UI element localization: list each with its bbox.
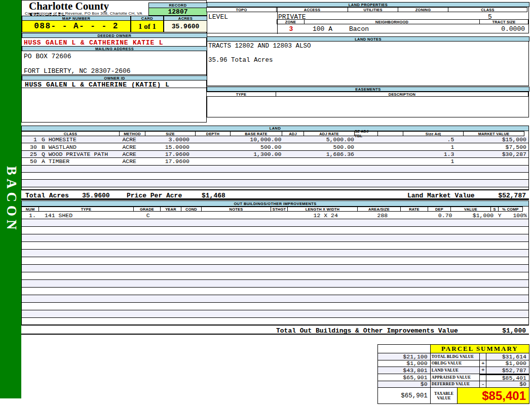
out-building-row: 1. 141 SHED C 12 X 24 288 0.70 $1,000 Y … — [22, 212, 528, 219]
tract-size-value: 0.0000 — [480, 25, 525, 33]
land-notes-line1: TRACTS 12802 AND 12803 ALSO — [208, 43, 311, 50]
out-buildings-section-label: OUT BUILDINGS/OTHER IMPROVEMENTS — [21, 200, 529, 207]
land-row: 1 G HOMESITE ACRE 3.0000 10,000.00 5,000… — [22, 136, 528, 143]
out-buildings-total-label: Total Out Buildings & Other Improvements… — [276, 327, 458, 335]
card-value: 1 of 1 — [131, 21, 164, 32]
land-col-market-value: MARKET VALUE — [463, 131, 524, 136]
ob-col-num: NUM — [21, 207, 39, 212]
ob-col-grade: GRADE — [133, 207, 161, 212]
total-acres-label: Total Acres — [25, 192, 69, 199]
ob-col-sthgt: STHGT — [271, 207, 288, 212]
taxable-value: $85,401 — [458, 388, 529, 404]
zone-value: 3 — [277, 25, 305, 33]
land-col-size-adj: Size Adj — [403, 131, 464, 136]
land-row: 30 B WASTLAND ACRE 15.0000 500.00 500.00… — [22, 143, 528, 150]
land-col-depth: DEPTH — [195, 131, 231, 136]
map-number-value: 088- - A- - - 2 — [22, 21, 131, 32]
address-line2: FORT LIBERTY, NC 28307-2606 — [22, 67, 207, 75]
out-buildings-empty-rows — [22, 219, 528, 333]
owner-id-value: HUSS GALEN L & CATHERINE (KATIE) L — [22, 81, 207, 88]
summary-row: $0 DEFERRED VALUE - $0 — [378, 381, 529, 388]
map-number-label: MAP NUMBER — [22, 16, 131, 21]
easement-description-label: DESCRIPTION — [276, 92, 528, 97]
ob-col-length-width: LENGTH X WIDTH — [287, 207, 358, 212]
land-col-base-rate: BASE RATE — [230, 131, 282, 136]
ob-col-year: YEAR — [160, 207, 181, 212]
ob-col-type: TYPE — [39, 207, 134, 212]
ob-col-cond: COND — [181, 207, 202, 212]
tract-size-label: TRACT SIZE — [479, 19, 528, 24]
land-notes-label: LAND NOTES — [207, 36, 529, 42]
acres-value: 35.9600 — [164, 21, 207, 32]
summary-row: $1,000 OBLDG VALUE + $1,000 — [378, 360, 529, 368]
neighborhood-label: NEIGHBORHOOD — [304, 19, 480, 24]
out-buildings-table: OUT BUILDINGS/OTHER IMPROVEMENTS NUM TYP… — [21, 200, 529, 333]
utilities-label: UTILITIES — [348, 7, 398, 12]
land-properties-panel: LAND PROPERTIES TOPO ACCESS UTILITIES ZO… — [207, 2, 529, 33]
summary-row: $43,801 LAND VALUE + $52,787 — [378, 367, 529, 374]
total-acres-value: 35.9600 — [82, 192, 110, 199]
land-col-class: CLASS — [21, 131, 120, 136]
deeded-owner-label: DEEDED OWNER — [22, 33, 207, 38]
ob-col-s: S — [490, 207, 499, 212]
acres-label: ACRES — [164, 16, 207, 21]
topo-label: TOPO — [206, 7, 277, 12]
ob-col-rate: RATE — [400, 207, 428, 212]
price-per-acre-label: Price Per Acre — [127, 192, 182, 199]
land-col-adj: ADJ — [282, 131, 304, 136]
zone-label: ZONE — [277, 19, 305, 24]
record-value: 12807 — [148, 8, 207, 16]
deeded-owner-value: HUSS GALEN L & CATHERINE KATIE L — [22, 39, 207, 46]
ob-col-pct-comp: % COMP — [498, 207, 523, 212]
land-col-method: METHOD — [119, 131, 145, 136]
land-totals-band: Total Acres 35.9600 Price Per Acre $1,46… — [21, 189, 529, 200]
easements-label: EASEMENTS — [207, 87, 529, 92]
mailing-address-label: MAILING ADDRESS — [22, 46, 207, 51]
out-buildings-rows: 1. 141 SHED C 12 X 24 288 0.70 $1,000 Y … — [22, 212, 528, 333]
summary-row: $21,100 TOTAL BLDG VALUE $31,614 — [378, 353, 529, 360]
land-rows: 1 G HOMESITE ACRE 3.0000 10,000.00 5,000… — [22, 136, 528, 194]
ob-col-area-size: AREA/SIZE — [357, 207, 401, 212]
land-notes-line2: 35.96 Total Acres — [208, 57, 273, 64]
out-buildings-total-value: $1,000 — [502, 327, 526, 335]
easement-type-label: TYPE — [206, 92, 276, 97]
neighborhood-code: 100 A — [313, 25, 332, 33]
land-row: 50 A TIMBER ACRE 17.9600 1 — [22, 158, 528, 165]
ob-col-dep: DEP — [428, 207, 451, 212]
land-notes-panel: LAND NOTES TRACTS 12802 AND 12803 ALSO 3… — [207, 36, 529, 86]
neighborhood-name: Bacon — [349, 25, 369, 33]
ob-col-value: VALUE — [450, 207, 491, 212]
land-col-sz-adj-tbl: SZ ADJ TBL — [354, 131, 378, 136]
parcel-summary: PARCEL SUMMARY $21,100 TOTAL BLDG VALUE … — [377, 344, 529, 404]
topo-value: LEVEL — [208, 13, 228, 21]
land-properties-label: LAND PROPERTIES — [207, 2, 529, 7]
land-section-label: LAND — [21, 126, 529, 131]
easements-panel: EASEMENTS TYPE DESCRIPTION — [207, 87, 529, 117]
land-col-blank — [377, 131, 403, 136]
land-col-size: SIZE — [145, 131, 196, 136]
owner-panel: Charlotte County Virginia Commissioner o… — [21, 0, 207, 123]
record-label: RECORD — [148, 3, 207, 8]
commissioner-line: Commissioner of the Revenue, PO Box 308,… — [22, 11, 148, 16]
zoning-label: ZONING — [398, 7, 448, 12]
owner-id-label: OWNER ID — [22, 75, 207, 80]
address-line1: PO BOX 72606 — [22, 53, 207, 60]
land-market-value-label: Land Market Value — [407, 192, 475, 199]
taxable-value-label: TAXABLE VALUE — [431, 388, 458, 404]
summary-taxable-row: $65,901 TAXABLE VALUE $85,401 — [378, 388, 529, 404]
price-per-acre-value: $1,468 — [202, 192, 225, 199]
parcel-summary-title: PARCEL SUMMARY — [431, 345, 529, 353]
land-table: LAND CLASS METHOD SIZE DEPTH BASE RATE A… — [21, 126, 529, 194]
land-col-adj-rate: ADJ RATE — [303, 131, 355, 136]
class-label: CLASS — [448, 7, 527, 12]
out-buildings-total-band: Total Out Buildings & Other Improvements… — [21, 325, 529, 335]
neighborhood-vertical-label: BACON — [1, 166, 21, 233]
summary-row: $65,901 APPRAISED VALUE $85,401 — [378, 374, 529, 381]
property-record-card: BACON Charlotte County Virginia Commissi… — [0, 0, 532, 405]
land-market-value: $52,787 — [498, 192, 526, 199]
ob-col-notes: NOTES — [201, 207, 271, 212]
card-label: CARD — [131, 16, 164, 21]
access-label: ACCESS — [276, 7, 348, 12]
land-row: 25 Q WOOD PRIVATE PATH ACRE 17.9600 1,30… — [22, 151, 528, 158]
summary-blank-cell — [378, 345, 431, 353]
